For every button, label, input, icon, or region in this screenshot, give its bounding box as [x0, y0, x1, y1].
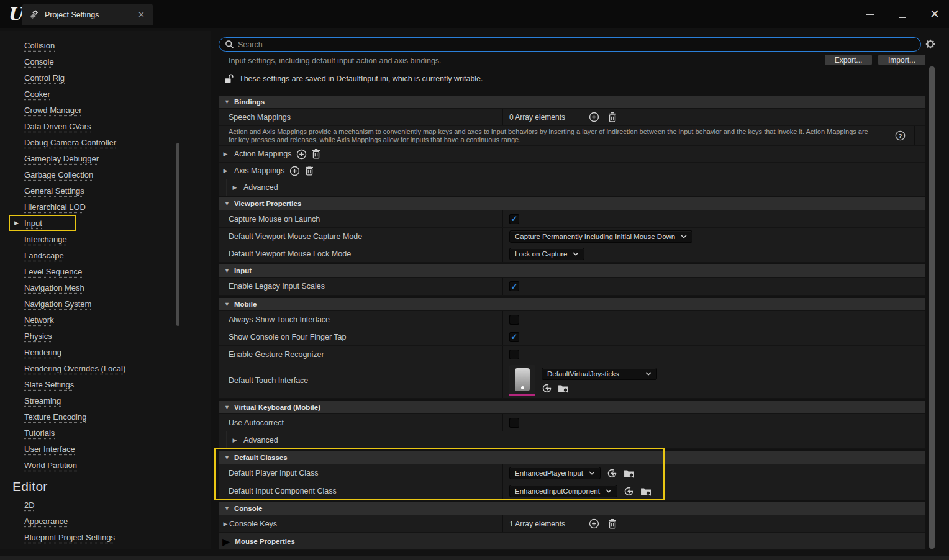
section-header-default-classes[interactable]: ▼ Default Classes — [219, 451, 925, 464]
sidebar-item-navigation-mesh[interactable]: ▶Navigation Mesh — [0, 279, 211, 296]
maximize-button[interactable] — [894, 6, 910, 22]
section-header-virtual-keyboard[interactable]: ▼ Virtual Keyboard (Mobile) — [219, 401, 925, 414]
checkbox[interactable] — [509, 332, 519, 342]
main-scrollbar[interactable] — [929, 66, 935, 549]
section-title: Viewport Properties — [234, 200, 301, 207]
sidebar-item-crowd-manager[interactable]: ▶Crowd Manager — [0, 102, 211, 118]
sidebar-item-debug-camera-controller[interactable]: ▶Debug Camera Controller — [0, 134, 211, 150]
phone-icon — [515, 368, 530, 391]
sidebar-item-interchange[interactable]: ▶Interchange — [0, 231, 211, 247]
add-element-icon[interactable] — [589, 518, 599, 529]
section-header-viewport-properties[interactable]: ▼ Viewport Properties — [219, 197, 925, 210]
collapse-triangle-icon: ▼ — [224, 454, 230, 461]
help-icon[interactable] — [895, 130, 906, 141]
row-action-mappings[interactable]: ▶ Action Mappings — [219, 146, 925, 163]
sidebar-item-navigation-system[interactable]: ▶Navigation System — [0, 296, 211, 312]
window-controls: ✕ — [862, 0, 943, 28]
sidebar-item-label: Gameplay Debugger — [24, 154, 99, 163]
sidebar-item-appearance[interactable]: ▶Appearance — [0, 513, 211, 529]
sidebar-item-label: Collision — [24, 41, 55, 50]
sidebar-item-2d[interactable]: ▶2D — [0, 497, 211, 513]
touch-interface-thumbnail[interactable] — [509, 365, 535, 396]
sidebar-item-console[interactable]: ▶Console — [0, 53, 211, 70]
section-title: Bindings — [234, 98, 265, 106]
sidebar-item-level-sequence[interactable]: ▶Level Sequence — [0, 263, 211, 279]
sidebar-item-landscape[interactable]: ▶Landscape — [0, 247, 211, 263]
section-header-mobile[interactable]: ▼ Mobile — [219, 298, 925, 311]
use-selected-asset-icon[interactable] — [607, 468, 617, 479]
section-title: Mouse Properties — [235, 538, 295, 545]
clear-array-icon[interactable] — [608, 519, 617, 529]
section-header-mouse-properties[interactable]: ▶ Mouse Properties — [219, 533, 925, 550]
tab-close-icon[interactable]: ✕ — [136, 10, 147, 19]
clear-array-icon[interactable] — [312, 149, 320, 159]
expand-arrow-icon[interactable]: ▶ — [222, 168, 229, 174]
sidebar-item-gameplay-debugger[interactable]: ▶Gameplay Debugger — [0, 150, 211, 166]
add-element-icon[interactable] — [589, 112, 599, 122]
sidebar-item-rendering[interactable]: ▶Rendering — [0, 344, 211, 360]
add-element-icon[interactable] — [296, 149, 307, 160]
export-button[interactable]: Export... — [825, 55, 872, 65]
row-virtual-keyboard-advanced[interactable]: ▶ Advanced — [219, 431, 925, 449]
sidebar-item-label: Crowd Manager — [24, 106, 82, 115]
sidebar-item-input[interactable]: ▶Input — [9, 215, 76, 231]
sidebar-item-physics[interactable]: ▶Physics — [0, 328, 211, 344]
section-header-input[interactable]: ▼ Input — [219, 264, 925, 278]
lock-mode-dropdown[interactable]: Lock on Capture — [509, 248, 584, 260]
expand-arrow-icon[interactable]: ▶ — [222, 151, 229, 157]
touch-interface-dropdown[interactable]: DefaultVirtualJoysticks — [542, 368, 657, 380]
sidebar-item-label: Control Rig — [24, 73, 65, 83]
checkbox[interactable] — [509, 214, 519, 224]
expand-arrow-icon[interactable]: ▶ — [231, 437, 238, 443]
expand-arrow-icon[interactable]: ▶ — [231, 184, 238, 191]
sidebar-item-slate-settings[interactable]: ▶Slate Settings — [0, 376, 211, 392]
checkbox[interactable] — [509, 315, 519, 325]
search-bar — [219, 37, 921, 52]
browse-to-asset-icon[interactable] — [640, 487, 652, 496]
sidebar-item-garbage-collection[interactable]: ▶Garbage Collection — [0, 166, 211, 183]
search-input[interactable] — [238, 40, 915, 49]
clear-array-icon[interactable] — [305, 166, 314, 176]
add-element-icon[interactable] — [289, 166, 300, 176]
player-input-class-dropdown[interactable]: EnhancedPlayerInput — [509, 467, 601, 479]
sidebar-item-label: Landscape — [24, 251, 64, 260]
chevron-down-icon — [573, 252, 579, 256]
row-bindings-description: Action and Axis Mappings provide a mecha… — [219, 126, 925, 146]
sidebar-item-hierarchical-lod[interactable]: ▶Hierarchical LOD — [0, 199, 211, 215]
sidebar-scrollbar[interactable] — [176, 143, 179, 326]
row-axis-mappings[interactable]: ▶ Axis Mappings — [219, 163, 925, 179]
sidebar-item-general-settings[interactable]: ▶General Settings — [0, 183, 211, 199]
capture-mode-dropdown[interactable]: Capture Permanently Including Initial Mo… — [509, 230, 692, 243]
sidebar-item-cooker[interactable]: ▶Cooker — [0, 86, 211, 102]
browse-to-asset-icon[interactable] — [558, 384, 569, 393]
sidebar-item-collision[interactable]: ▶Collision — [0, 37, 211, 53]
clear-array-icon[interactable] — [608, 112, 617, 122]
checkbox[interactable] — [509, 350, 519, 359]
close-button[interactable]: ✕ — [927, 6, 943, 22]
section-header-console[interactable]: ▼ Console — [219, 502, 925, 515]
section-header-bindings[interactable]: ▼ Bindings — [219, 96, 925, 109]
sidebar-item-data-driven-cvars[interactable]: ▶Data Driven CVars — [0, 118, 211, 134]
settings-gear-icon[interactable] — [925, 38, 936, 50]
browse-to-asset-icon[interactable] — [624, 469, 635, 478]
sidebar-item-network[interactable]: ▶Network — [0, 312, 211, 328]
sidebar-item-world-partition[interactable]: ▶World Partition — [0, 457, 211, 473]
minimize-button[interactable] — [862, 6, 878, 22]
sidebar-item-blueprint-project-settings[interactable]: ▶Blueprint Project Settings — [0, 529, 211, 545]
use-selected-asset-icon[interactable] — [624, 486, 634, 497]
checkbox[interactable] — [509, 281, 519, 291]
sidebar-item-streaming[interactable]: ▶Streaming — [0, 392, 211, 409]
expand-arrow-icon[interactable]: ▶ — [222, 521, 229, 527]
sidebar-item-label: World Partition — [24, 461, 77, 470]
tab-project-settings[interactable]: Project Settings ✕ — [22, 4, 153, 25]
sidebar-item-control-rig[interactable]: ▶Control Rig — [0, 70, 211, 86]
row-bindings-advanced[interactable]: ▶ Advanced — [219, 179, 925, 196]
sidebar-item-texture-encoding[interactable]: ▶Texture Encoding — [0, 409, 211, 425]
import-button[interactable]: Import... — [878, 55, 925, 65]
sidebar-item-user-interface[interactable]: ▶User Interface — [0, 441, 211, 457]
use-selected-asset-icon[interactable] — [542, 383, 552, 394]
sidebar-item-tutorials[interactable]: ▶Tutorials — [0, 425, 211, 441]
input-component-class-dropdown[interactable]: EnhancedInputComponent — [509, 485, 617, 497]
sidebar-item-rendering-overrides-local[interactable]: ▶Rendering Overrides (Local) — [0, 360, 211, 376]
checkbox[interactable] — [509, 418, 519, 428]
